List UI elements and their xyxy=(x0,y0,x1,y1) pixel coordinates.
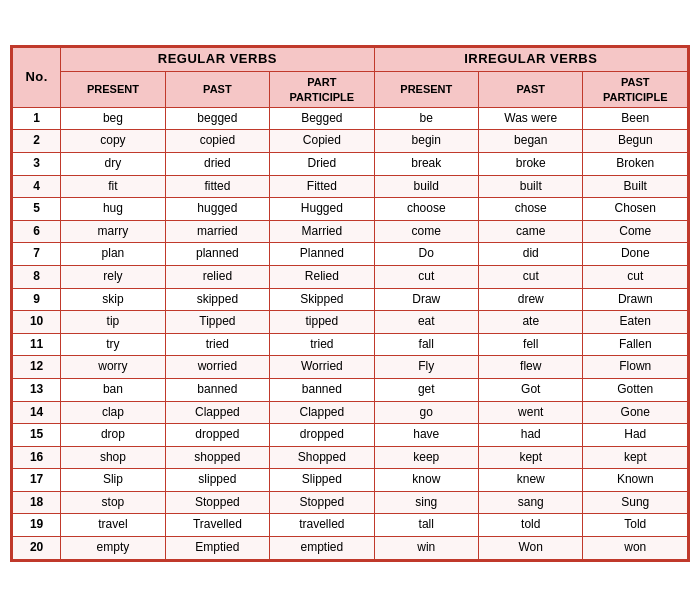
reg-part-participle: banned xyxy=(270,378,374,401)
reg-part-participle: Begged xyxy=(270,107,374,130)
table-row: 9skipskippedSkippedDrawdrewDrawn xyxy=(13,288,688,311)
verb-table: No. REGULAR VERBS IRREGULAR VERBS PRESEN… xyxy=(10,45,690,561)
reg-part-participle: Stopped xyxy=(270,491,374,514)
row-number: 11 xyxy=(13,333,61,356)
table-row: 2copycopiedCopiedbeginbeganBegun xyxy=(13,130,688,153)
reg-present: dry xyxy=(61,152,165,175)
irr-part-participle: Had xyxy=(583,424,688,447)
reg-past: planned xyxy=(165,243,269,266)
row-number: 17 xyxy=(13,469,61,492)
reg-part-participle: Copied xyxy=(270,130,374,153)
irr-present: be xyxy=(374,107,478,130)
irr-past: broke xyxy=(479,152,583,175)
table-row: 16shopshoppedShoppedkeepkeptkept xyxy=(13,446,688,469)
reg-past: Clapped xyxy=(165,401,269,424)
row-number: 6 xyxy=(13,220,61,243)
reg-past: dried xyxy=(165,152,269,175)
row-number: 3 xyxy=(13,152,61,175)
irr-part-participle: Sung xyxy=(583,491,688,514)
reg-present: drop xyxy=(61,424,165,447)
reg-past: dropped xyxy=(165,424,269,447)
table-row: 1begbeggedBeggedbeWas wereBeen xyxy=(13,107,688,130)
table-row: 14clapClappedClappedgowentGone xyxy=(13,401,688,424)
reg-present: try xyxy=(61,333,165,356)
table-row: 18stopStoppedStoppedsingsangSung xyxy=(13,491,688,514)
table-row: 8relyreliedReliedcutcutcut xyxy=(13,265,688,288)
reg-part-participle: Hugged xyxy=(270,198,374,221)
reg-past: married xyxy=(165,220,269,243)
reg-part-participle: travelled xyxy=(270,514,374,537)
irr-part-participle: kept xyxy=(583,446,688,469)
reg-present: marry xyxy=(61,220,165,243)
table-row: 6marrymarriedMarriedcomecameCome xyxy=(13,220,688,243)
table-row: 4fitfittedFittedbuildbuiltBuilt xyxy=(13,175,688,198)
row-number: 10 xyxy=(13,311,61,334)
row-number: 15 xyxy=(13,424,61,447)
reg-past-header: PAST xyxy=(165,72,269,108)
reg-present: stop xyxy=(61,491,165,514)
irr-past: knew xyxy=(479,469,583,492)
irr-past: did xyxy=(479,243,583,266)
irr-past: began xyxy=(479,130,583,153)
irr-present: cut xyxy=(374,265,478,288)
irr-part-participle: won xyxy=(583,537,688,560)
reg-past: Stopped xyxy=(165,491,269,514)
irr-past: had xyxy=(479,424,583,447)
row-number: 20 xyxy=(13,537,61,560)
irr-past: Was were xyxy=(479,107,583,130)
irr-present: go xyxy=(374,401,478,424)
reg-present: fit xyxy=(61,175,165,198)
irr-present: fall xyxy=(374,333,478,356)
table-row: 11trytriedtriedfallfellFallen xyxy=(13,333,688,356)
table-row: 15dropdroppeddroppedhavehadHad xyxy=(13,424,688,447)
row-number: 7 xyxy=(13,243,61,266)
irr-past: cut xyxy=(479,265,583,288)
irr-present: sing xyxy=(374,491,478,514)
table-row: 10tipTippedtippedeatateEaten xyxy=(13,311,688,334)
irr-part-participle: cut xyxy=(583,265,688,288)
irr-part-participle: Broken xyxy=(583,152,688,175)
irr-past: kept xyxy=(479,446,583,469)
irr-present: keep xyxy=(374,446,478,469)
irr-past: flew xyxy=(479,356,583,379)
irr-part-participle: Begun xyxy=(583,130,688,153)
table-row: 12worryworriedWorriedFlyflewFlown xyxy=(13,356,688,379)
irr-past: chose xyxy=(479,198,583,221)
irr-present: get xyxy=(374,378,478,401)
irr-present: build xyxy=(374,175,478,198)
reg-part-participle: Clapped xyxy=(270,401,374,424)
reg-present: shop xyxy=(61,446,165,469)
table-row: 3drydriedDriedbreakbrokeBroken xyxy=(13,152,688,175)
reg-past: tried xyxy=(165,333,269,356)
reg-part-participle: dropped xyxy=(270,424,374,447)
reg-present: Slip xyxy=(61,469,165,492)
irr-part-participle: Eaten xyxy=(583,311,688,334)
reg-part-participle: Fitted xyxy=(270,175,374,198)
reg-present: clap xyxy=(61,401,165,424)
table-row: 17SlipslippedSlippedknowknewKnown xyxy=(13,469,688,492)
irr-past-header: PAST xyxy=(479,72,583,108)
table-row: 7planplannedPlannedDodidDone xyxy=(13,243,688,266)
row-number: 1 xyxy=(13,107,61,130)
irr-present-header: PRESENT xyxy=(374,72,478,108)
reg-present: skip xyxy=(61,288,165,311)
row-number: 12 xyxy=(13,356,61,379)
irr-part-participle: Been xyxy=(583,107,688,130)
irr-part-participle: Chosen xyxy=(583,198,688,221)
irr-part-participle: Gone xyxy=(583,401,688,424)
irr-part-participle: Known xyxy=(583,469,688,492)
no-header: No. xyxy=(13,48,61,107)
irr-past: went xyxy=(479,401,583,424)
irr-part-participle: Gotten xyxy=(583,378,688,401)
reg-past: skipped xyxy=(165,288,269,311)
reg-past: hugged xyxy=(165,198,269,221)
irr-past: fell xyxy=(479,333,583,356)
reg-part-participle: Relied xyxy=(270,265,374,288)
irr-part-participle: Fallen xyxy=(583,333,688,356)
table-row: 20emptyEmptiedemptiedwinWonwon xyxy=(13,537,688,560)
reg-past: banned xyxy=(165,378,269,401)
table-row: 5hughuggedHuggedchoosechoseChosen xyxy=(13,198,688,221)
irr-present: tall xyxy=(374,514,478,537)
reg-part-participle: Planned xyxy=(270,243,374,266)
reg-part-participle: Slipped xyxy=(270,469,374,492)
